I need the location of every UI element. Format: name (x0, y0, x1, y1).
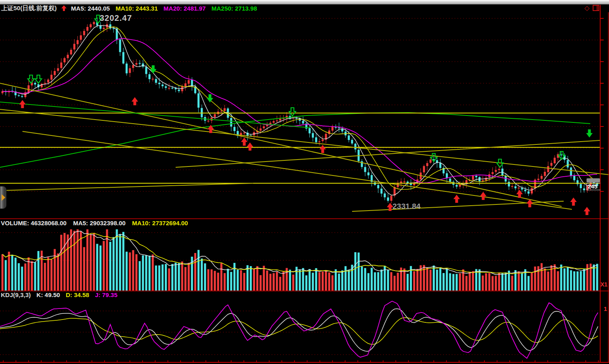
symbol-title: 上证50(日线.前复权) (1, 4, 57, 12)
trading-app-window: 上证50(日线.前复权) MA5: 2440.05MA10: 2443.31MA… (0, 0, 609, 364)
volume-axis-label: X1 (600, 281, 607, 288)
kdj-legend: KDJ(9,3,3)K: 49.50D: 34.58J: 79.35 (1, 291, 118, 298)
volume-legend: VOLUME: 46328068.00MA5: 29032398.00MA10:… (1, 220, 188, 226)
legend-item: MA5: 29032398.00 (73, 220, 125, 226)
window-restore-icon-bar (597, 6, 598, 10)
price-tag-bar (587, 178, 600, 182)
sidebar-collapse-handle[interactable] (0, 186, 7, 209)
legend-item: MA20: 2481.97 (163, 5, 205, 12)
main-chart-header: 上证50(日线.前复权) MA5: 2440.05MA10: 2443.31MA… (1, 4, 257, 12)
diamond-icon[interactable]: ◇ (584, 5, 589, 11)
legend-item: MA10: 2443.31 (116, 5, 158, 12)
legend-item: MA5: 2440.05 (71, 5, 110, 12)
ma-legend: MA5: 2440.05MA10: 2443.31MA20: 2481.97MA… (71, 5, 257, 12)
legend-item: D: 34.58 (66, 291, 89, 298)
legend-item: K: 49.50 (36, 291, 60, 298)
price-tag-text: 245 (587, 183, 600, 190)
trend-up-arrow-icon (61, 5, 67, 11)
peak-price-label: 3202.47 (100, 13, 132, 23)
legend-item: KDJ(9,3,3) (1, 291, 31, 298)
chart-canvas[interactable] (0, 0, 609, 364)
low-price-label: 2331.84 (393, 202, 421, 211)
kdj-axis-label: 1 (604, 305, 607, 312)
window-restore-icon[interactable] (593, 5, 599, 11)
chart-corner-icons: ◇ (584, 5, 599, 11)
legend-item: J: 79.35 (95, 291, 117, 298)
legend-item: VOLUME: 46328068.00 (1, 220, 67, 226)
expand-arrow-icon (2, 194, 5, 201)
legend-item: MA250: 2713.98 (212, 5, 257, 12)
legend-item: MA10: 27372694.00 (132, 220, 188, 226)
last-price-tag: 245 (587, 178, 600, 190)
